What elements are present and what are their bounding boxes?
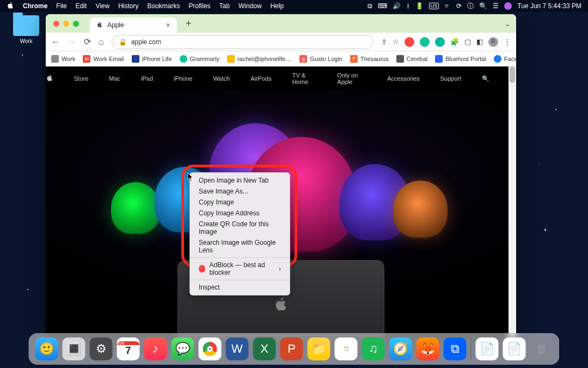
menubar-datetime[interactable]: Tue Jun 7 5:44:33 PM xyxy=(517,2,581,10)
dock-firefox[interactable]: 🦊 xyxy=(416,337,439,360)
ctx-copy-image-address[interactable]: Copy Image Address xyxy=(190,208,290,219)
menu-edit[interactable]: Edit xyxy=(76,2,87,10)
menu-history[interactable]: History xyxy=(118,2,138,10)
dock-safari[interactable]: 🧭 xyxy=(389,337,412,360)
lock-icon[interactable]: 🔒 xyxy=(119,38,127,46)
sidepanel-icon[interactable]: ◧ xyxy=(476,38,483,46)
dock-slack[interactable]: ⌗ xyxy=(335,337,358,360)
dock-trash[interactable]: 🗑 xyxy=(530,337,553,360)
menu-file[interactable]: File xyxy=(56,2,66,10)
tabs-dropdown-icon[interactable]: ⌄ xyxy=(505,20,511,28)
bookmark-item[interactable]: MWork Email xyxy=(83,55,124,63)
extension-adblock-icon[interactable] xyxy=(405,37,414,47)
new-tab-button[interactable]: + xyxy=(186,18,192,29)
url-text: apple.com xyxy=(131,38,161,46)
bookmark-item[interactable]: rachel@iphonelife.... xyxy=(227,55,292,63)
close-tab-icon[interactable]: × xyxy=(166,21,170,29)
apple-menu-icon[interactable] xyxy=(7,2,14,11)
search-icon[interactable]: 🔍 xyxy=(482,75,489,82)
nav-watch[interactable]: Watch xyxy=(213,75,230,82)
dock-chrome[interactable] xyxy=(199,337,222,360)
ctx-adblock[interactable]: AdBlock — best ad blocker › xyxy=(190,260,290,278)
bluetooth-icon[interactable]: ᚼ xyxy=(406,2,410,10)
scrollbar-thumb[interactable] xyxy=(510,67,515,83)
maximize-window-button[interactable] xyxy=(73,21,79,27)
extension-green-icon[interactable] xyxy=(435,37,445,47)
menu-tab[interactable]: Tab xyxy=(219,2,230,10)
dock-doc-1[interactable]: 📄 xyxy=(476,337,499,360)
menu-window[interactable]: Window xyxy=(238,2,262,10)
dock-settings[interactable]: ⚙ xyxy=(90,337,113,360)
menu-profiles[interactable]: Profiles xyxy=(189,2,211,10)
bookmark-item[interactable]: gGusto Login xyxy=(299,55,342,63)
sync-icon[interactable]: ⟳ xyxy=(456,2,462,10)
bookmark-item[interactable]: Bluehost Portal xyxy=(435,55,486,63)
dock-excel[interactable]: X xyxy=(253,337,276,360)
dock-calendar[interactable]: JUN7 xyxy=(117,337,140,360)
ctx-copy-image[interactable]: Copy Image xyxy=(190,197,290,208)
bookmark-item[interactable]: Facebook xyxy=(494,55,516,63)
bookmark-star-icon[interactable]: ☆ xyxy=(393,38,399,46)
nav-ipad[interactable]: iPad xyxy=(141,75,153,82)
battery-icon[interactable]: 🔋 xyxy=(415,2,424,10)
nav-only-on-apple[interactable]: Only on Apple xyxy=(337,72,366,85)
nav-tv-home[interactable]: TV & Home xyxy=(292,72,317,85)
apple-logo-icon[interactable] xyxy=(46,74,53,83)
extension-grammarly-icon[interactable] xyxy=(420,37,430,47)
ctx-search-google-lens[interactable]: Search Image with Google Lens xyxy=(190,237,290,256)
ctx-inspect[interactable]: Inspect xyxy=(190,282,290,293)
dock-notes[interactable]: 📁 xyxy=(308,337,330,360)
keyboard-icon[interactable]: ⌨ xyxy=(378,2,387,10)
bookmark-item[interactable]: iPhone Life xyxy=(132,55,172,63)
tab-title: Apple xyxy=(107,21,124,29)
bookmark-item[interactable]: Cerebal xyxy=(396,55,428,63)
bookmark-item[interactable]: Grammarly xyxy=(180,55,219,63)
dock-word[interactable]: W xyxy=(226,337,249,360)
menu-help[interactable]: Help xyxy=(271,2,284,10)
menubar-app-name[interactable]: Chrome xyxy=(23,2,47,10)
dock-doc-2[interactable]: 📄 xyxy=(503,337,526,360)
siri-icon[interactable] xyxy=(504,2,512,10)
browser-tab[interactable]: Apple × xyxy=(90,17,177,33)
input-source-icon[interactable]: US xyxy=(429,3,439,9)
dock-dropbox[interactable]: ⧉ xyxy=(444,337,467,360)
ctx-create-qr[interactable]: Create QR Code for this Image xyxy=(190,219,290,237)
back-button[interactable]: ← xyxy=(51,37,60,47)
info-icon[interactable]: ⓘ xyxy=(467,2,474,11)
nav-store[interactable]: Store xyxy=(74,75,88,82)
close-window-button[interactable] xyxy=(53,21,59,27)
cast-icon[interactable]: ▢ xyxy=(464,38,471,46)
nav-accessories[interactable]: Accessories xyxy=(387,75,419,82)
wifi-icon[interactable]: ᯤ xyxy=(444,2,451,10)
profile-avatar[interactable]: R xyxy=(488,37,498,47)
address-bar[interactable]: 🔒 apple.com xyxy=(112,35,373,49)
reload-button[interactable]: ⟳ xyxy=(84,37,91,47)
dock-music[interactable]: ♪ xyxy=(144,337,167,360)
nav-support[interactable]: Support xyxy=(440,75,461,82)
share-icon[interactable]: ⇧ xyxy=(381,38,387,46)
menu-view[interactable]: View xyxy=(95,2,109,10)
dropbox-icon[interactable]: ⧉ xyxy=(367,2,372,10)
dock-finder[interactable]: 🙂 xyxy=(35,337,58,360)
nav-airpods[interactable]: AirPods xyxy=(250,75,272,82)
bookmark-item[interactable]: Work xyxy=(51,55,75,63)
ctx-save-image-as[interactable]: Save Image As... xyxy=(190,186,290,197)
menu-bookmarks[interactable]: Bookmarks xyxy=(148,2,180,10)
nav-mac[interactable]: Mac xyxy=(109,75,120,82)
dock-launchpad[interactable]: 🔳 xyxy=(63,337,85,360)
control-center-icon[interactable]: ☰ xyxy=(493,2,499,10)
spotlight-icon[interactable]: 🔍 xyxy=(479,2,487,10)
desktop-folder-work[interactable]: Work xyxy=(10,15,42,44)
dock-powerpoint[interactable]: P xyxy=(280,337,303,360)
dock-messages[interactable]: 💬 xyxy=(171,337,194,360)
dock-spotify[interactable]: ♫ xyxy=(362,337,385,360)
minimize-window-button[interactable] xyxy=(63,21,69,27)
extensions-icon[interactable]: 🧩 xyxy=(450,38,459,46)
vertical-scrollbar[interactable] xyxy=(509,67,516,339)
volume-icon[interactable]: 🔊 xyxy=(393,2,401,10)
home-button[interactable]: ⌂ xyxy=(99,37,104,47)
bookmark-item[interactable]: TThesaurus xyxy=(350,55,389,63)
ctx-open-image-new-tab[interactable]: Open Image in New Tab xyxy=(190,175,290,186)
kebab-menu-icon[interactable]: ⋮ xyxy=(504,38,511,46)
nav-iphone[interactable]: iPhone xyxy=(174,75,192,82)
